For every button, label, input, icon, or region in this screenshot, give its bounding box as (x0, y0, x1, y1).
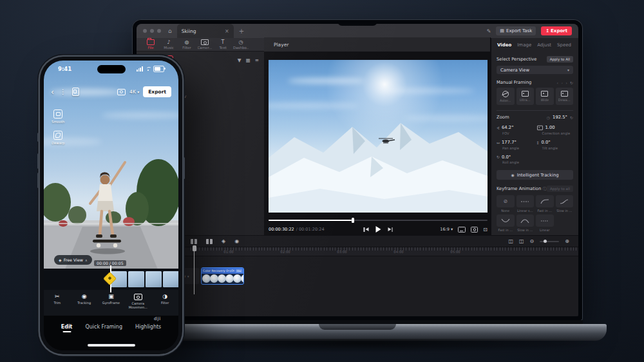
tab-speed[interactable]: Speed (557, 43, 571, 48)
menu-filter[interactable]: ◍ Filter (179, 39, 194, 50)
media-list-view-icon[interactable]: ≡ (255, 57, 259, 63)
framing-dewarp-button[interactable]: Dewa... (556, 88, 574, 105)
param-pan-angle[interactable]: ↔177.7° Pan angle (497, 140, 534, 150)
export-task-button[interactable]: ▤ Export Task (496, 26, 536, 35)
menu-camera[interactable]: Camer... (197, 39, 213, 50)
reframe-icon[interactable] (72, 88, 79, 96)
home-icon[interactable]: ⌂ (168, 28, 172, 34)
next-frame-button[interactable] (388, 227, 393, 232)
timeline-toolbar: ◈ ◉ ◫ ◫ ⊖ ⊕ (137, 236, 578, 247)
zoom-reset-icon[interactable]: ↻ (570, 115, 573, 120)
menu-dashboard[interactable]: ◷ Dashbo... (233, 39, 249, 50)
split-right-icon[interactable] (206, 239, 213, 244)
tab-highlights[interactable]: Highlights (135, 324, 161, 330)
preset-slow-in-out[interactable]: Slow in ... (516, 214, 535, 232)
timeline-playhead[interactable] (194, 245, 194, 294)
track-height-small-icon[interactable]: ◫ (508, 238, 513, 244)
preset-linear-speed[interactable]: Linear s... (516, 195, 535, 213)
dewarp-tool[interactable]: Dewarp (52, 131, 64, 145)
resolution-select[interactable]: 4K ▾ (129, 89, 139, 95)
free-view-icon: ◈ (59, 258, 62, 262)
framing-reset-icon[interactable]: ↻ (570, 81, 573, 85)
asteroid-icon (502, 91, 509, 97)
phone-export-button[interactable]: Export (143, 86, 171, 97)
tracking-target-icon[interactable]: ◉ (234, 238, 239, 244)
smooth-tool[interactable]: Smooth (52, 110, 64, 124)
timeline-zoom-out-icon[interactable]: ⊖ (530, 238, 535, 244)
tab-image[interactable]: Image (517, 43, 531, 48)
home-indicator[interactable] (88, 344, 135, 347)
timeline-zoom-slider[interactable] (540, 241, 559, 242)
framing-asteroid-button[interactable]: Aster... (497, 88, 515, 105)
tab-close-icon[interactable]: × (225, 28, 229, 34)
param-correction-angle[interactable]: 1.00 Correction angle (536, 125, 574, 135)
framing-wide-button[interactable]: Wide (536, 88, 554, 105)
draft-icon[interactable]: ✎ (487, 28, 491, 34)
param-roll-angle[interactable]: ↻0.0° Roll angle (497, 155, 534, 165)
snapshot-icon[interactable] (471, 227, 478, 233)
back-icon[interactable]: ‹ (51, 88, 54, 96)
export-button[interactable]: ↥ Export (541, 26, 572, 35)
media-grid-view-icon[interactable]: ▦ (246, 57, 251, 63)
window-control-close[interactable] (143, 29, 147, 33)
proportion-icon[interactable] (458, 227, 466, 233)
camera-movement-tool[interactable]: Camera Movemen... (126, 293, 150, 316)
play-button[interactable] (375, 226, 381, 233)
menu-music[interactable]: ♪ Music (161, 39, 176, 50)
zoom-keyframe-clock-icon[interactable]: ◷ (547, 115, 550, 120)
preset-fast-in-out[interactable]: Fast in ... (497, 214, 515, 232)
keyframe-apply-to-all-button[interactable]: Apply to all (547, 186, 573, 192)
track-height-large-icon[interactable]: ◫ (519, 238, 524, 244)
preset-fast-in[interactable]: Fast in ... (536, 195, 554, 213)
filter-tool[interactable]: ◑ Filter (153, 293, 177, 316)
timeline-ruler[interactable]: 01:00 02:00 03:00 04:00 05:00 (137, 247, 578, 256)
tab-video[interactable]: Video (497, 43, 511, 48)
add-keyframe-icon[interactable]: ◈ (222, 238, 225, 244)
window-control-minimize[interactable] (150, 29, 154, 33)
intelligent-tracking-button[interactable]: ◉ Intelligent Tracking (497, 170, 573, 180)
tab-edit[interactable]: Edit (61, 324, 73, 330)
split-left-icon[interactable] (191, 239, 197, 244)
aspect-ratio-select[interactable]: 16:9 ▾ (440, 227, 453, 232)
window-control-zoom[interactable] (157, 29, 161, 33)
preset-none[interactable]: ⊘ None (497, 195, 515, 213)
param-fov[interactable]: ∢64.2° FOV (497, 125, 534, 135)
timeline-clip[interactable]: Color Recovery D-LOG M Du (201, 267, 244, 285)
apply-to-all-button[interactable]: Apply to All (547, 56, 573, 62)
menu-text[interactable]: T Text (215, 39, 231, 50)
player-progress-handle[interactable] (352, 218, 354, 223)
param-tilt-angle[interactable]: ↕0.0° Tilt angle (536, 140, 574, 150)
ruler-label: 04:00 (393, 250, 403, 254)
player-controls: 00:00:30:22 / 00:01:20:24 16:9 ▾ ⊡ (269, 225, 488, 234)
trim-tool[interactable]: ✂ Trim (45, 293, 70, 316)
player-progress-bar[interactable] (269, 220, 488, 221)
tab-adjust[interactable]: Adjust (537, 43, 551, 48)
preset-linear[interactable]: Linear (536, 214, 554, 232)
fast-in-curve-icon (536, 195, 554, 207)
fullscreen-icon[interactable]: ⊡ (483, 227, 488, 233)
zoom-value[interactable]: 192.5° (553, 115, 567, 120)
gyroframe-tool[interactable]: ▣ GyroFrame (99, 293, 123, 316)
new-tab-button[interactable]: + (239, 28, 244, 35)
free-view-button[interactable]: ◈ Free View ∧ (54, 255, 92, 265)
timeline-zoom-slider-handle[interactable] (544, 240, 547, 243)
framing-prev-icon[interactable]: ‹ (557, 81, 558, 85)
framing-ultra-button[interactable]: Ultra... (516, 88, 535, 105)
perspective-dropdown[interactable]: Camera View ▾ (497, 66, 573, 74)
preset-slow-in[interactable]: Slow in ... (556, 195, 574, 213)
media-filter-icon[interactable]: ▼ (238, 57, 242, 63)
menu-music-label: Music (164, 46, 174, 50)
wifi-icon (146, 67, 151, 71)
more-menu-icon[interactable]: ⋮ (60, 88, 66, 95)
framing-next-icon[interactable]: › (566, 81, 567, 85)
prev-frame-button[interactable] (364, 227, 369, 232)
camera-view-icon[interactable] (117, 89, 126, 95)
timeline-zoom-in-icon[interactable]: ⊕ (565, 238, 569, 244)
phone-screen: 9:41 ‹ ⋮ 4K ▾ Export (44, 61, 178, 350)
menu-file[interactable]: File (143, 39, 158, 50)
tracking-tool[interactable]: ◉ Tracking (72, 293, 97, 316)
tab-quick-framing[interactable]: Quick Framing (85, 324, 122, 330)
project-tab[interactable]: Skiing × (177, 24, 234, 38)
playhead-handle[interactable] (193, 245, 196, 251)
video-viewport[interactable] (269, 60, 488, 213)
